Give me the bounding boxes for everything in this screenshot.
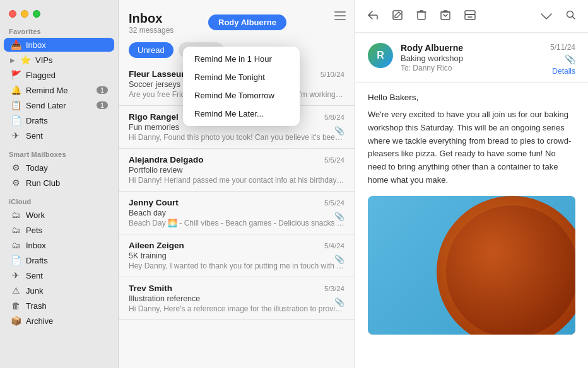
remind-me-icon: 🔔 [10, 85, 21, 95]
flagged-icon: 🚩 [10, 70, 21, 80]
junk-icon: ⚠ [10, 285, 21, 296]
email-sender: Aileen Zeigen [129, 241, 184, 250]
sidebar-item-label: Archive [26, 316, 53, 326]
filter-unread-button[interactable]: Unread [129, 42, 173, 58]
sidebar-item-icloud-drafts[interactable]: 📄 Drafts [4, 253, 114, 267]
detail-meta: Rody Albuerne Baking workshop To: Danny … [401, 43, 543, 72]
detail-date: 5/11/24 [550, 43, 575, 52]
favorites-label: Favorites [0, 24, 118, 37]
remind-in-1-hour[interactable]: Remind Me in 1 Hour [183, 50, 300, 68]
run-club-icon: ⚙ [10, 178, 21, 188]
email-sender: Jenny Court [129, 198, 179, 207]
sidebar-item-label: Pets [26, 226, 42, 235]
email-sender: Trev Smith [129, 284, 172, 293]
remind-tomorrow[interactable]: Remind Me Tomorrow [183, 86, 300, 105]
attachment-icon: 📎 [334, 212, 344, 221]
trash-icon: 🗑 [10, 301, 21, 311]
svg-rect-0 [334, 11, 346, 13]
remind-me-badge: 1 [97, 86, 108, 94]
remind-tonight[interactable]: Remind Me Tonight [183, 68, 300, 86]
email-item[interactable]: Trev Smith 5/3/24 Illustration reference… [119, 277, 355, 320]
sidebar-item-inbox[interactable]: 📥 Inbox [4, 38, 114, 52]
sidebar-item-label: Junk [26, 286, 43, 296]
smart-mailboxes-label: Smart Mailboxes [0, 147, 118, 160]
close-button[interactable] [9, 10, 16, 18]
sidebar-item-sent[interactable]: ✈ Sent [4, 129, 114, 142]
email-date: 5/5/24 [324, 199, 344, 207]
maximize-button[interactable] [33, 10, 40, 18]
sidebar-item-flagged[interactable]: 🚩 Flagged [4, 68, 114, 82]
sidebar-item-drafts[interactable]: 📄 Drafts [4, 113, 114, 127]
list-options-icon[interactable] [334, 11, 346, 23]
email-date: 5/10/24 [320, 71, 344, 78]
sidebar-item-label: Inbox [26, 40, 46, 50]
detail-header: R Rody Albuerne Baking workshop To: Dann… [355, 33, 588, 83]
sidebar: Favorites 📥 Inbox ▶ ⭐ VIPs 🚩 Flagged 🔔 R… [0, 0, 119, 368]
detail-text: We're very excited to have you all join … [368, 108, 575, 187]
attachment-icon: 📎 [334, 255, 344, 264]
svg-rect-6 [465, 11, 475, 14]
detail-greeting: Hello Bakers, [368, 93, 575, 102]
email-date: 5/4/24 [324, 242, 344, 250]
sidebar-item-label: Flagged [26, 71, 56, 80]
sidebar-item-pets[interactable]: 🗂 Pets [4, 223, 114, 237]
pets-icon: 🗂 [10, 225, 21, 235]
detail-sender-name: Rody Albuerne [401, 43, 543, 53]
svg-rect-4 [418, 12, 425, 20]
email-preview: Hi Danny, Here's a reference image for t… [129, 304, 344, 313]
minimize-button[interactable] [21, 10, 28, 18]
send-later-icon: 📋 [10, 100, 21, 110]
email-preview: Hi Danny! Herland passed me your contact… [129, 176, 344, 185]
email-list: Inbox 32 messages Unread Remind Rody Alb… [119, 0, 355, 368]
attachment-icon: 📎 [334, 297, 344, 307]
reminder-dropdown: Remind Me in 1 Hour Remind Me Tonight Re… [183, 47, 300, 126]
inbox-icon: 📥 [10, 40, 21, 50]
sidebar-item-junk[interactable]: ⚠ Junk [4, 284, 114, 297]
email-sender: Rigo Rangel [129, 112, 179, 122]
delete-icon[interactable] [438, 8, 452, 25]
work-icon: 🗂 [10, 210, 21, 220]
detail-to: To: Danny Rico [401, 64, 543, 72]
avatar: R [368, 43, 393, 68]
sidebar-item-work[interactable]: 🗂 Work [4, 208, 114, 222]
sidebar-item-run-club[interactable]: ⚙ Run Club [4, 176, 114, 190]
svg-rect-1 [334, 15, 346, 16]
email-item[interactable]: Jenny Court 5/5/24 Beach day Beach Day 🌅… [119, 192, 355, 234]
sidebar-item-label: Drafts [26, 116, 48, 125]
sidebar-item-label: Sent [26, 131, 43, 141]
sidebar-item-icloud-inbox[interactable]: 🗂 Inbox [4, 238, 114, 252]
svg-rect-3 [393, 11, 402, 20]
sidebar-item-label: Run Club [26, 178, 60, 188]
icloud-drafts-icon: 📄 [10, 255, 21, 265]
rody-highlight-badge: Rody Albuerne [208, 14, 286, 30]
sidebar-item-send-later[interactable]: 📋 Send Later 1 [4, 98, 114, 112]
sidebar-item-label: Send Later [26, 101, 66, 110]
vips-icon: ⭐ [20, 55, 31, 65]
compose-icon[interactable] [391, 8, 404, 25]
email-item[interactable]: Aileen Zeigen 5/4/24 5K training Hey Dan… [119, 234, 355, 277]
more-icon[interactable] [539, 9, 554, 24]
email-attachment-icon: 📎 [565, 54, 575, 64]
detail-subject: Baking workshop [401, 54, 543, 63]
sidebar-item-archive[interactable]: 📦 Archive [4, 314, 114, 328]
email-preview: Hi Danny, Found this photo you took! Can… [129, 133, 344, 142]
email-date: 5/5/24 [324, 156, 344, 164]
sidebar-item-label: Sent [26, 271, 43, 280]
archive-toolbar-icon[interactable] [462, 8, 478, 25]
email-sender: Alejandra Delgado [129, 155, 204, 164]
search-icon[interactable] [564, 8, 578, 25]
traffic-lights [0, 6, 118, 24]
archive-icon: 📦 [10, 316, 21, 326]
sidebar-item-trash[interactable]: 🗑 Trash [4, 299, 114, 313]
sidebar-item-remind-me[interactable]: 🔔 Remind Me 1 [4, 83, 114, 97]
icloud-label: iCloud [0, 194, 118, 207]
email-preview: Hey Danny, I wanted to thank you for put… [129, 262, 344, 270]
email-item[interactable]: Alejandra Delgado 5/5/24 Portfolio revie… [119, 149, 355, 192]
move-trash-icon[interactable] [415, 8, 428, 25]
reply-icon[interactable] [365, 8, 380, 25]
sidebar-item-icloud-sent[interactable]: ✈ Sent [4, 268, 114, 282]
sidebar-item-vips[interactable]: ▶ ⭐ VIPs [4, 53, 114, 67]
sidebar-item-today[interactable]: ⚙ Today [4, 161, 114, 175]
details-link[interactable]: Details [552, 67, 575, 76]
remind-later[interactable]: Remind Me Later... [183, 105, 300, 123]
